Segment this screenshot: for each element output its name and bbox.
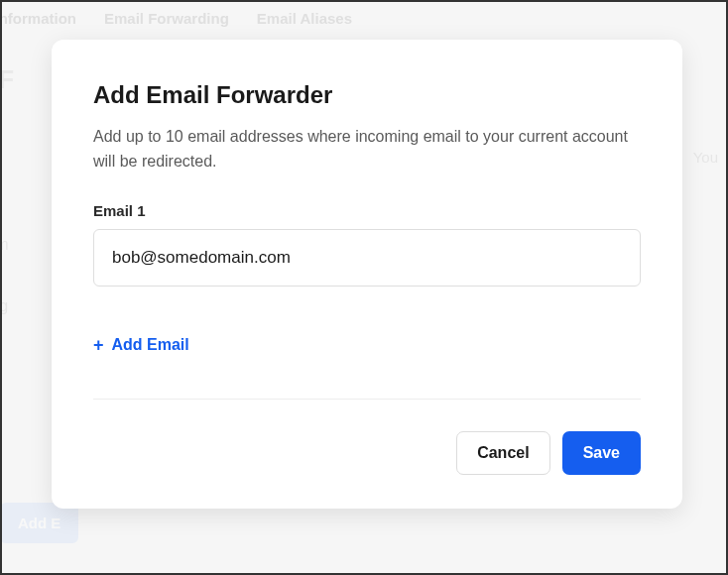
save-button[interactable]: Save <box>562 431 641 475</box>
plus-icon: + <box>93 336 104 354</box>
email-1-label: Email 1 <box>93 202 641 219</box>
modal-description: Add up to 10 email addresses where incom… <box>93 125 641 174</box>
add-email-forwarder-modal: Add Email Forwarder Add up to 10 email a… <box>52 40 682 509</box>
modal-divider <box>93 399 641 400</box>
email-1-input[interactable] <box>93 229 641 287</box>
modal-actions: Cancel Save <box>93 431 641 475</box>
modal-title: Add Email Forwarder <box>93 81 641 109</box>
cancel-button[interactable]: Cancel <box>456 431 549 475</box>
add-email-button[interactable]: + Add Email <box>93 336 189 354</box>
add-email-label: Add Email <box>112 336 189 354</box>
